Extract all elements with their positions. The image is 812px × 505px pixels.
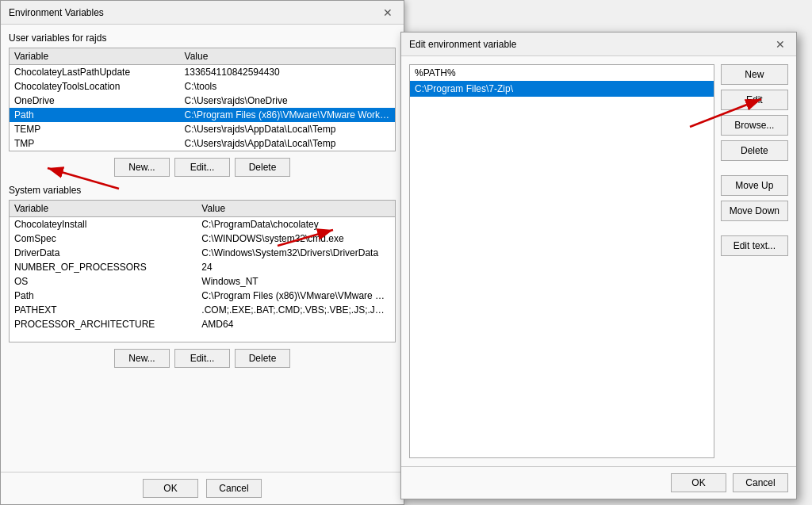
system-table-value-header: Value <box>197 201 395 217</box>
user-variables-table-container: Variable Value ChocolateyLastPathUpdate1… <box>9 48 396 151</box>
edit-env-dialog: Edit environment variable ✕ %PATH%C:\Pro… <box>400 32 797 499</box>
user-value-cell: C:\Program Files (x86)\VMware\VMware Wor… <box>180 108 395 122</box>
user-value-cell: 133654110842594430 <box>180 65 395 80</box>
system-value-cell: Windows_NT <box>197 274 395 289</box>
system-variable-cell: NUMBER_OF_PROCESSORS <box>10 260 197 274</box>
system-edit-button[interactable]: Edit... <box>174 349 230 368</box>
user-variable-cell: TMP <box>10 136 180 151</box>
system-table-row[interactable]: PATHEXT.COM;.EXE;.BAT;.CMD;.VBS;.VBE;.JS… <box>10 303 395 317</box>
user-value-cell: C:\Users\rajds\AppData\Local\Temp <box>180 136 395 151</box>
user-variable-cell: Path <box>10 108 180 122</box>
user-section-label: User variables for rajds <box>9 33 396 44</box>
edit-dialog-body: %PATH%C:\Program Files\7-Zip\ New Edit B… <box>401 56 796 466</box>
user-table-row[interactable]: ChocolateyLastPathUpdate1336541108425944… <box>10 65 395 80</box>
system-value-cell: .COM;.EXE;.BAT;.CMD;.VBS;.VBE;.JS;.JSE;.… <box>197 303 395 317</box>
user-table-row[interactable]: TMPC:\Users\rajds\AppData\Local\Temp <box>10 136 395 151</box>
system-table-row[interactable]: NUMBER_OF_PROCESSORS24 <box>10 260 395 274</box>
edit-cancel-button[interactable]: Cancel <box>733 473 788 492</box>
env-dialog-close-button[interactable]: ✕ <box>380 5 396 21</box>
user-table-row[interactable]: TEMPC:\Users\rajds\AppData\Local\Temp <box>10 122 395 136</box>
edit-text-button[interactable]: Edit text... <box>721 235 788 256</box>
env-dialog-title: Environment Variables <box>9 7 104 18</box>
system-table-variable-header: Variable <box>10 201 197 217</box>
edit-dialog-footer: OK Cancel <box>401 466 796 499</box>
system-delete-button[interactable]: Delete <box>235 349 290 368</box>
user-edit-button[interactable]: Edit... <box>174 158 230 177</box>
system-value-cell: 24 <box>197 260 395 274</box>
edit-move-down-button[interactable]: Move Down <box>721 201 788 221</box>
user-variable-cell: TEMP <box>10 122 180 136</box>
edit-move-up-button[interactable]: Move Up <box>721 175 788 196</box>
edit-action-buttons: New Edit Browse... Delete Move Up Move D… <box>721 64 788 458</box>
edit-browse-button[interactable]: Browse... <box>721 115 788 136</box>
system-variable-cell: PROCESSOR_ARCHITECTURE <box>10 317 197 331</box>
system-variable-cell: ChocolateyInstall <box>10 217 197 232</box>
user-value-cell: C:\Users\rajds\OneDrive <box>180 94 395 108</box>
system-table-row[interactable]: ChocolateyInstallC:\ProgramData\chocolat… <box>10 217 395 232</box>
system-value-cell: C:\ProgramData\chocolatey <box>197 217 395 232</box>
system-table-row[interactable]: PROCESSOR_ARCHITECTUREAMD64 <box>10 317 395 331</box>
user-variable-cell: ChocolateyLastPathUpdate <box>10 65 180 80</box>
edit-list-container[interactable]: %PATH%C:\Program Files\7-Zip\ <box>409 64 714 458</box>
edit-edit-button[interactable]: Edit <box>721 90 788 110</box>
user-table-row[interactable]: ChocolateyToolsLocationC:\tools <box>10 79 395 94</box>
user-variable-cell: ChocolateyToolsLocation <box>10 79 180 94</box>
user-table-variable-header: Variable <box>10 48 180 65</box>
system-table-row[interactable]: ComSpecC:\WINDOWS\system32\cmd.exe <box>10 231 395 246</box>
system-variable-cell: PATHEXT <box>10 303 197 317</box>
user-value-cell: C:\Users\rajds\AppData\Local\Temp <box>180 122 395 136</box>
system-value-cell: AMD64 <box>197 317 395 331</box>
edit-dialog-titlebar: Edit environment variable ✕ <box>401 33 796 56</box>
user-variable-cell: OneDrive <box>10 94 180 108</box>
user-value-cell: C:\tools <box>180 79 395 94</box>
user-buttons-row: New... Edit... Delete <box>9 158 396 177</box>
system-variable-cell: ComSpec <box>10 231 197 246</box>
user-table-row[interactable]: PathC:\Program Files (x86)\VMware\VMware… <box>10 108 395 122</box>
system-variables-table: Variable Value ChocolateyInstallC:\Progr… <box>10 201 395 331</box>
env-dialog-titlebar: Environment Variables ✕ <box>1 1 404 25</box>
system-value-cell: C:\Program Files (x86)\VMware\VMware Wor… <box>197 289 395 303</box>
edit-new-button[interactable]: New <box>721 64 788 85</box>
env-ok-button[interactable]: OK <box>143 479 198 498</box>
system-table-row[interactable]: PathC:\Program Files (x86)\VMware\VMware… <box>10 289 395 303</box>
system-variable-cell: DriverData <box>10 246 197 260</box>
user-variables-table: Variable Value ChocolateyLastPathUpdate1… <box>10 48 395 151</box>
system-value-cell: C:\Windows\System32\Drivers\DriverData <box>197 246 395 260</box>
env-dialog-footer: OK Cancel <box>1 472 404 504</box>
edit-delete-button[interactable]: Delete <box>721 140 788 161</box>
system-value-cell: C:\WINDOWS\system32\cmd.exe <box>197 231 395 246</box>
system-new-button[interactable]: New... <box>114 349 170 368</box>
user-table-value-header: Value <box>180 48 395 65</box>
edit-list-item[interactable]: %PATH% <box>410 65 714 81</box>
edit-dialog-close-button[interactable]: ✕ <box>772 36 788 52</box>
edit-dialog-title: Edit environment variable <box>409 39 516 50</box>
system-variable-cell: Path <box>10 289 197 303</box>
system-table-row[interactable]: OSWindows_NT <box>10 274 395 289</box>
user-table-row[interactable]: OneDriveC:\Users\rajds\OneDrive <box>10 94 395 108</box>
system-variables-table-container: Variable Value ChocolateyInstallC:\Progr… <box>9 200 396 342</box>
env-dialog-body: User variables for rajds Variable Value … <box>1 25 404 472</box>
edit-ok-button[interactable]: OK <box>671 473 726 492</box>
user-new-button[interactable]: New... <box>114 158 170 177</box>
edit-list-item[interactable]: C:\Program Files\7-Zip\ <box>410 81 714 97</box>
system-section-label: System variables <box>9 185 396 196</box>
env-cancel-button[interactable]: Cancel <box>206 479 262 498</box>
env-variables-dialog: Environment Variables ✕ User variables f… <box>0 0 404 505</box>
system-variable-cell: OS <box>10 274 197 289</box>
system-buttons-row: New... Edit... Delete <box>9 349 396 368</box>
user-delete-button[interactable]: Delete <box>235 158 290 177</box>
system-table-row[interactable]: DriverDataC:\Windows\System32\Drivers\Dr… <box>10 246 395 260</box>
